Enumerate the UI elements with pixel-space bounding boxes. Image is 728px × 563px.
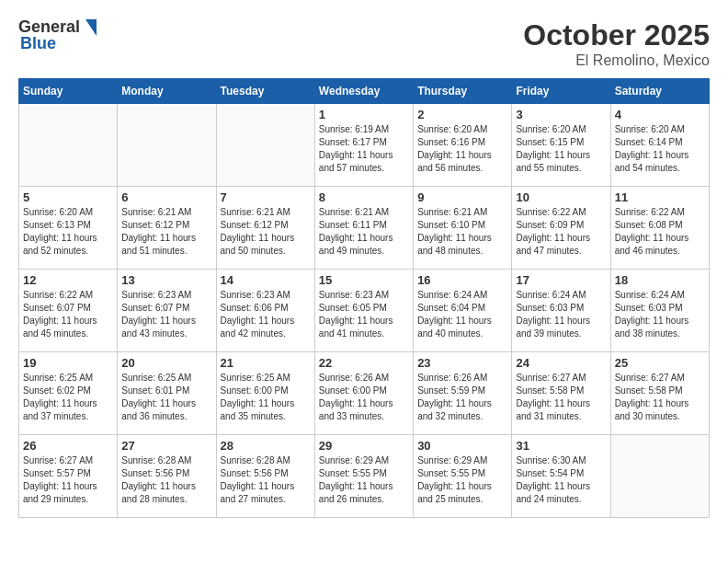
calendar-cell: 30Sunrise: 6:29 AMSunset: 5:55 PMDayligh… bbox=[414, 435, 512, 518]
calendar-cell: 14Sunrise: 6:23 AMSunset: 6:06 PMDayligh… bbox=[216, 270, 314, 352]
calendar-cell: 10Sunrise: 6:22 AMSunset: 6:09 PMDayligh… bbox=[512, 187, 610, 270]
day-info: Sunrise: 6:29 AMSunset: 5:55 PMDaylight:… bbox=[319, 454, 409, 506]
calendar-cell: 12Sunrise: 6:22 AMSunset: 6:07 PMDayligh… bbox=[19, 270, 118, 352]
day-number: 4 bbox=[615, 108, 705, 121]
calendar-week-row: 26Sunrise: 6:27 AMSunset: 5:57 PMDayligh… bbox=[19, 435, 710, 518]
calendar-cell: 29Sunrise: 6:29 AMSunset: 5:55 PMDayligh… bbox=[314, 435, 413, 518]
day-number: 15 bbox=[319, 273, 409, 287]
calendar-cell: 23Sunrise: 6:26 AMSunset: 5:59 PMDayligh… bbox=[414, 352, 512, 435]
svg-marker-0 bbox=[85, 19, 97, 36]
day-number: 18 bbox=[615, 273, 705, 287]
day-header-tuesday: Tuesday bbox=[216, 79, 314, 104]
calendar-cell bbox=[216, 104, 314, 187]
day-info: Sunrise: 6:28 AMSunset: 5:56 PMDaylight:… bbox=[121, 454, 211, 506]
day-info: Sunrise: 6:22 AMSunset: 6:07 PMDaylight:… bbox=[23, 289, 113, 340]
day-number: 24 bbox=[516, 356, 606, 370]
calendar-cell bbox=[19, 104, 118, 187]
day-info: Sunrise: 6:26 AMSunset: 5:59 PMDaylight:… bbox=[417, 372, 507, 423]
calendar-week-row: 1Sunrise: 6:19 AMSunset: 6:17 PMDaylight… bbox=[19, 104, 710, 187]
location-subtitle: El Remolino, Mexico bbox=[523, 52, 710, 69]
day-info: Sunrise: 6:23 AMSunset: 6:07 PMDaylight:… bbox=[121, 289, 211, 340]
day-header-monday: Monday bbox=[118, 79, 216, 104]
calendar-cell bbox=[610, 435, 709, 518]
day-info: Sunrise: 6:25 AMSunset: 6:00 PMDaylight:… bbox=[221, 372, 311, 423]
day-number: 31 bbox=[516, 439, 606, 453]
calendar-cell: 2Sunrise: 6:20 AMSunset: 6:16 PMDaylight… bbox=[414, 104, 512, 187]
calendar-week-row: 5Sunrise: 6:20 AMSunset: 6:13 PMDaylight… bbox=[19, 187, 710, 270]
calendar-cell: 7Sunrise: 6:21 AMSunset: 6:12 PMDaylight… bbox=[216, 187, 314, 270]
calendar-cell: 31Sunrise: 6:30 AMSunset: 5:54 PMDayligh… bbox=[512, 435, 610, 518]
day-info: Sunrise: 6:30 AMSunset: 5:54 PMDaylight:… bbox=[516, 454, 606, 506]
calendar-cell bbox=[118, 104, 216, 187]
day-info: Sunrise: 6:20 AMSunset: 6:14 PMDaylight:… bbox=[615, 123, 705, 175]
calendar-week-row: 12Sunrise: 6:22 AMSunset: 6:07 PMDayligh… bbox=[19, 270, 710, 352]
calendar-cell: 22Sunrise: 6:26 AMSunset: 6:00 PMDayligh… bbox=[314, 352, 413, 435]
logo: General Blue bbox=[18, 18, 97, 53]
day-info: Sunrise: 6:21 AMSunset: 6:11 PMDaylight:… bbox=[319, 206, 409, 258]
calendar-cell: 24Sunrise: 6:27 AMSunset: 5:58 PMDayligh… bbox=[512, 352, 610, 435]
month-title: October 2025 bbox=[523, 18, 710, 52]
day-number: 6 bbox=[121, 190, 211, 204]
day-number: 10 bbox=[516, 190, 606, 204]
calendar-cell: 20Sunrise: 6:25 AMSunset: 6:01 PMDayligh… bbox=[118, 352, 216, 435]
day-header-wednesday: Wednesday bbox=[314, 79, 413, 104]
day-number: 30 bbox=[417, 439, 507, 453]
day-number: 25 bbox=[615, 356, 705, 370]
day-number: 29 bbox=[319, 439, 409, 453]
calendar-cell: 25Sunrise: 6:27 AMSunset: 5:58 PMDayligh… bbox=[610, 352, 709, 435]
calendar-cell: 1Sunrise: 6:19 AMSunset: 6:17 PMDaylight… bbox=[314, 104, 413, 187]
day-info: Sunrise: 6:21 AMSunset: 6:12 PMDaylight:… bbox=[221, 206, 311, 258]
day-info: Sunrise: 6:22 AMSunset: 6:09 PMDaylight:… bbox=[516, 206, 606, 258]
day-info: Sunrise: 6:24 AMSunset: 6:03 PMDaylight:… bbox=[615, 289, 705, 340]
day-number: 14 bbox=[221, 273, 311, 287]
day-info: Sunrise: 6:28 AMSunset: 5:56 PMDaylight:… bbox=[221, 454, 311, 506]
day-info: Sunrise: 6:22 AMSunset: 6:08 PMDaylight:… bbox=[615, 206, 705, 258]
logo-blue: Blue bbox=[20, 35, 56, 53]
day-number: 22 bbox=[319, 356, 409, 370]
day-number: 3 bbox=[516, 108, 606, 121]
day-info: Sunrise: 6:24 AMSunset: 6:03 PMDaylight:… bbox=[516, 289, 606, 340]
calendar-cell: 13Sunrise: 6:23 AMSunset: 6:07 PMDayligh… bbox=[118, 270, 216, 352]
day-number: 27 bbox=[121, 439, 211, 453]
day-info: Sunrise: 6:26 AMSunset: 6:00 PMDaylight:… bbox=[319, 372, 409, 423]
day-info: Sunrise: 6:27 AMSunset: 5:58 PMDaylight:… bbox=[615, 372, 705, 423]
day-info: Sunrise: 6:25 AMSunset: 6:02 PMDaylight:… bbox=[23, 372, 113, 423]
calendar-cell: 17Sunrise: 6:24 AMSunset: 6:03 PMDayligh… bbox=[512, 270, 610, 352]
calendar-header-row: SundayMondayTuesdayWednesdayThursdayFrid… bbox=[19, 79, 710, 104]
calendar-cell: 8Sunrise: 6:21 AMSunset: 6:11 PMDaylight… bbox=[314, 187, 413, 270]
day-number: 8 bbox=[319, 190, 409, 204]
day-info: Sunrise: 6:27 AMSunset: 5:58 PMDaylight:… bbox=[516, 372, 606, 423]
day-number: 19 bbox=[23, 356, 113, 370]
calendar-cell: 28Sunrise: 6:28 AMSunset: 5:56 PMDayligh… bbox=[216, 435, 314, 518]
calendar-cell: 16Sunrise: 6:24 AMSunset: 6:04 PMDayligh… bbox=[414, 270, 512, 352]
calendar-table: SundayMondayTuesdayWednesdayThursdayFrid… bbox=[18, 78, 710, 518]
day-number: 20 bbox=[121, 356, 211, 370]
calendar-cell: 21Sunrise: 6:25 AMSunset: 6:00 PMDayligh… bbox=[216, 352, 314, 435]
logo-icon bbox=[82, 19, 97, 36]
day-number: 23 bbox=[417, 356, 507, 370]
day-info: Sunrise: 6:25 AMSunset: 6:01 PMDaylight:… bbox=[121, 372, 211, 423]
calendar-cell: 27Sunrise: 6:28 AMSunset: 5:56 PMDayligh… bbox=[118, 435, 216, 518]
day-info: Sunrise: 6:29 AMSunset: 5:55 PMDaylight:… bbox=[417, 454, 507, 506]
day-number: 16 bbox=[417, 273, 507, 287]
day-info: Sunrise: 6:27 AMSunset: 5:57 PMDaylight:… bbox=[23, 454, 113, 506]
calendar-cell: 9Sunrise: 6:21 AMSunset: 6:10 PMDaylight… bbox=[414, 187, 512, 270]
day-number: 21 bbox=[221, 356, 311, 370]
day-number: 13 bbox=[121, 273, 211, 287]
day-header-friday: Friday bbox=[512, 79, 610, 104]
day-number: 9 bbox=[417, 190, 507, 204]
day-info: Sunrise: 6:19 AMSunset: 6:17 PMDaylight:… bbox=[319, 123, 409, 175]
day-number: 17 bbox=[516, 273, 606, 287]
day-info: Sunrise: 6:21 AMSunset: 6:12 PMDaylight:… bbox=[121, 206, 211, 258]
day-info: Sunrise: 6:23 AMSunset: 6:05 PMDaylight:… bbox=[319, 289, 409, 340]
calendar-cell: 3Sunrise: 6:20 AMSunset: 6:15 PMDaylight… bbox=[512, 104, 610, 187]
day-info: Sunrise: 6:21 AMSunset: 6:10 PMDaylight:… bbox=[417, 206, 507, 258]
calendar-cell: 11Sunrise: 6:22 AMSunset: 6:08 PMDayligh… bbox=[610, 187, 709, 270]
calendar-cell: 19Sunrise: 6:25 AMSunset: 6:02 PMDayligh… bbox=[19, 352, 118, 435]
calendar-cell: 26Sunrise: 6:27 AMSunset: 5:57 PMDayligh… bbox=[19, 435, 118, 518]
day-info: Sunrise: 6:20 AMSunset: 6:13 PMDaylight:… bbox=[23, 206, 113, 258]
day-number: 1 bbox=[319, 108, 409, 121]
day-info: Sunrise: 6:20 AMSunset: 6:15 PMDaylight:… bbox=[516, 123, 606, 175]
calendar-cell: 4Sunrise: 6:20 AMSunset: 6:14 PMDaylight… bbox=[610, 104, 709, 187]
day-info: Sunrise: 6:23 AMSunset: 6:06 PMDaylight:… bbox=[221, 289, 311, 340]
